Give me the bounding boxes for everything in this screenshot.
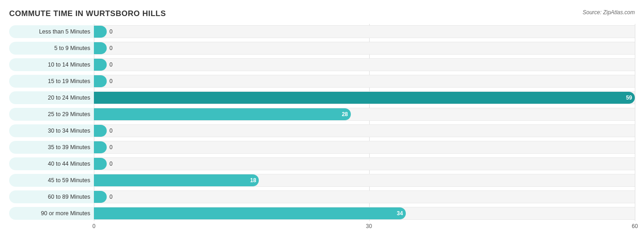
bar-label: 90 or more Minutes [9,207,94,220]
x-tick-60: 60 [632,223,638,229]
bar-label: 10 to 14 Minutes [9,58,94,71]
bar-label: 15 to 19 Minutes [9,75,94,88]
bar-row: 60 to 89 Minutes0 [9,189,635,205]
bar-track: 0 [94,75,635,88]
bar-fill: 59 [94,92,635,104]
chart-title: COMMUTE TIME IN WURTSBORO HILLS [9,9,166,18]
bar-row: 15 to 19 Minutes0 [9,73,635,89]
x-tick-30: 30 [366,223,372,229]
bar-value: 0 [109,161,113,167]
bar-label: 30 to 34 Minutes [9,124,94,137]
bar-track: 28 [94,108,635,121]
bars-wrapper: Less than 5 Minutes05 to 9 Minutes010 to… [9,24,635,221]
bar-row: 20 to 24 Minutes59 [9,90,635,106]
bar-track: 18 [94,174,635,187]
chart-container: COMMUTE TIME IN WURTSBORO HILLS Source: … [0,5,644,240]
bar-row: 45 to 59 Minutes18 [9,173,635,188]
bar-fill: 0 [94,141,107,153]
bar-label: 25 to 29 Minutes [9,108,94,121]
bar-row: Less than 5 Minutes0 [9,24,635,39]
bars-container: Less than 5 Minutes05 to 9 Minutes010 to… [9,24,635,221]
bar-track: 0 [94,42,635,55]
bar-value: 0 [109,61,113,68]
bar-fill: 34 [94,207,406,219]
bar-label: 20 to 24 Minutes [9,91,94,104]
bar-fill: 0 [94,42,107,54]
bar-value: 0 [109,194,113,200]
x-tick-0: 0 [93,223,96,229]
bar-fill: 28 [94,108,351,120]
bar-fill: 0 [94,59,107,71]
bar-value: 0 [109,78,113,84]
bar-track: 0 [94,124,635,137]
bar-row: 25 to 29 Minutes28 [9,106,635,122]
bar-label: 35 to 39 Minutes [9,141,94,154]
bar-value: 59 [626,95,632,101]
bar-value: 0 [109,45,113,51]
bar-label: 60 to 89 Minutes [9,190,94,203]
grid-line-60 [635,24,635,221]
bar-label: 45 to 59 Minutes [9,174,94,187]
bar-value: 0 [109,28,113,35]
bar-label: Less than 5 Minutes [9,25,94,38]
bar-row: 90 or more Minutes34 [9,206,635,221]
bar-fill: 0 [94,26,107,38]
bar-value: 34 [397,210,403,217]
chart-source: Source: ZipAtlas.com [583,9,635,16]
bar-value: 0 [109,144,113,151]
bar-value: 28 [342,111,348,117]
bar-label: 5 to 9 Minutes [9,42,94,55]
bar-track: 0 [94,25,635,38]
bar-value: 0 [109,128,113,134]
bar-value: 18 [250,177,256,184]
bar-track: 34 [94,207,635,220]
bar-fill: 0 [94,191,107,203]
bar-track: 0 [94,141,635,154]
bar-track: 0 [94,157,635,170]
bar-row: 5 to 9 Minutes0 [9,40,635,56]
x-axis: 0 30 60 [94,223,635,232]
bar-track: 59 [94,91,635,104]
bar-fill: 0 [94,158,107,170]
bar-fill: 0 [94,75,107,87]
bar-fill: 0 [94,125,107,137]
bar-track: 0 [94,58,635,71]
bar-row: 10 to 14 Minutes0 [9,57,635,73]
bar-row: 35 to 39 Minutes0 [9,140,635,155]
bar-label: 40 to 44 Minutes [9,157,94,170]
bar-row: 40 to 44 Minutes0 [9,156,635,172]
bar-fill: 18 [94,174,259,186]
bar-row: 30 to 34 Minutes0 [9,123,635,139]
chart-header: COMMUTE TIME IN WURTSBORO HILLS Source: … [9,9,635,18]
bar-track: 0 [94,190,635,203]
